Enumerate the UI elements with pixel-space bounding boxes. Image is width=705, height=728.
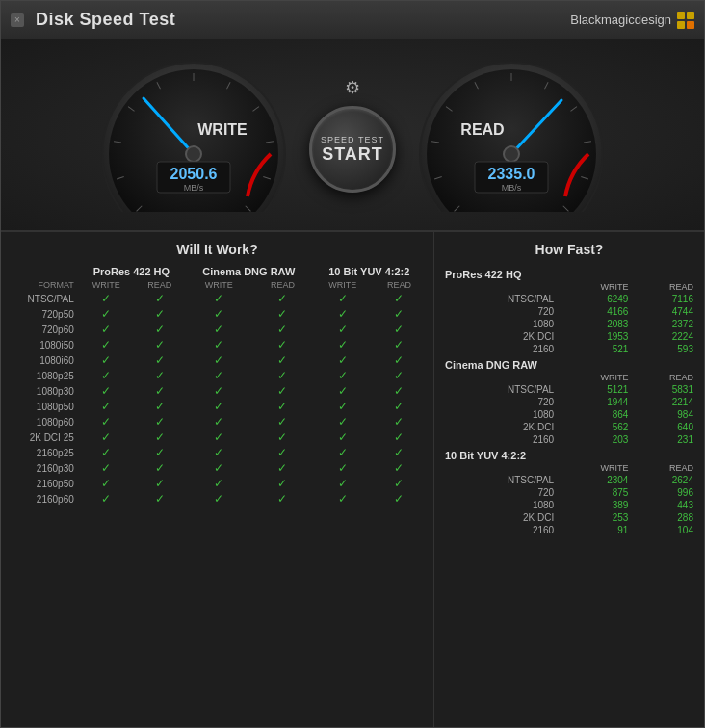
how-fast-title: How Fast? [442,242,696,257]
check-cell: ✓ [373,491,426,507]
read-value: 2624 [631,474,696,486]
check-cell: ✓ [313,352,373,368]
check-icon: ✓ [155,369,165,382]
format-label: 1080p50 [9,399,78,414]
check-icon: ✓ [338,323,348,336]
check-cell: ✓ [78,383,135,399]
read-value: 7116 [631,293,696,305]
check-icon: ✓ [394,323,404,336]
section-title: 10 Bit YUV 4:2:2 [442,446,696,462]
check-icon: ✓ [214,400,223,413]
check-icon: ✓ [155,400,165,413]
read-value: 984 [631,408,696,421]
check-cell: ✓ [252,352,312,368]
check-cell: ✓ [373,399,426,414]
check-icon: ✓ [155,384,165,398]
row-label: 1080 [442,408,558,421]
check-cell: ✓ [252,306,312,322]
row-label: NTSC/PAL [442,383,558,396]
check-icon: ✓ [101,430,111,444]
will-it-work-title: Will It Work? [9,242,426,257]
check-icon: ✓ [277,307,287,321]
check-cell: ✓ [135,491,185,507]
section-title: Cinema DNG RAW [442,355,696,372]
check-icon: ✓ [394,415,404,429]
check-cell: ✓ [135,460,185,476]
check-cell: ✓ [185,476,252,491]
row-label: 2K DCI [442,511,558,524]
check-cell: ✓ [313,460,373,476]
check-cell: ✓ [78,476,135,491]
row-label: 2160 [442,343,558,355]
how-fast-panel: How Fast? ProRes 422 HQWRITEREADNTSC/PAL… [434,232,704,727]
check-icon: ✓ [394,400,404,413]
read-gauge: READ 2335.0 MB/s [415,58,608,212]
svg-point-33 [504,146,519,162]
list-item: 1080389443 [442,499,696,511]
check-cell: ✓ [252,368,312,383]
check-cell: ✓ [78,291,135,306]
brand-logo [677,12,694,29]
check-icon: ✓ [277,492,287,506]
check-cell: ✓ [78,352,135,368]
check-icon: ✓ [394,307,404,321]
section-header-row: 10 Bit YUV 4:2:2 [442,446,696,462]
col-header [442,462,558,474]
check-cell: ✓ [313,476,373,491]
check-icon: ✓ [277,446,287,459]
check-cell: ✓ [78,337,135,352]
col-header: WRITE [558,372,631,383]
format-label: 2160p25 [9,445,78,460]
check-icon: ✓ [394,492,404,506]
col-header [442,281,558,293]
check-icon: ✓ [338,415,348,429]
check-icon: ✓ [214,492,223,506]
check-cell: ✓ [78,399,135,414]
check-icon: ✓ [394,461,404,475]
check-icon: ✓ [214,307,223,321]
row-label: 720 [442,305,558,318]
read-value: 593 [631,343,696,355]
format-label: 720p60 [9,322,78,337]
logo-sq-2 [687,12,694,19]
check-cell: ✓ [135,414,185,429]
format-label: 2160p30 [9,460,78,476]
prores-read-header: READ [135,279,185,291]
check-cell: ✓ [313,414,373,429]
gauges-section: WRITE 2050.6 MB/s ⚙ SPEED TEST START [1,39,704,232]
table-row: 720p60✓✓✓✓✓✓ [9,322,426,337]
center-control: ⚙ SPEED TEST START [309,77,396,193]
check-cell: ✓ [252,445,312,460]
write-value: 6249 [558,293,631,305]
svg-text:WRITE: WRITE [197,121,248,138]
check-cell: ✓ [78,491,135,507]
table-row: 720p50✓✓✓✓✓✓ [9,306,426,322]
check-cell: ✓ [313,445,373,460]
check-cell: ✓ [252,337,312,352]
list-item: 72041664744 [442,305,696,318]
check-cell: ✓ [313,368,373,383]
check-icon: ✓ [338,492,348,506]
settings-icon[interactable]: ⚙ [345,77,360,98]
check-icon: ✓ [214,353,223,367]
logo-sq-4 [687,21,694,29]
close-button[interactable]: × [11,13,24,27]
col-header: READ [631,372,696,383]
group-header-dng: Cinema DNG RAW [185,265,313,279]
row-label: NTSC/PAL [442,474,558,486]
check-icon: ✓ [155,492,165,506]
check-icon: ✓ [155,323,165,336]
check-icon: ✓ [394,384,404,398]
check-cell: ✓ [313,322,373,337]
check-icon: ✓ [338,384,348,398]
check-icon: ✓ [277,477,287,490]
list-item: 216091104 [442,524,696,536]
start-button[interactable]: SPEED TEST START [309,106,396,193]
format-label: 720p50 [9,306,78,322]
section-header-row: ProRes 422 HQ [442,265,696,281]
row-label: 2160 [442,524,558,536]
check-icon: ✓ [277,461,287,475]
row-label: 720 [442,486,558,499]
check-icon: ✓ [214,292,223,305]
check-icon: ✓ [277,415,287,429]
